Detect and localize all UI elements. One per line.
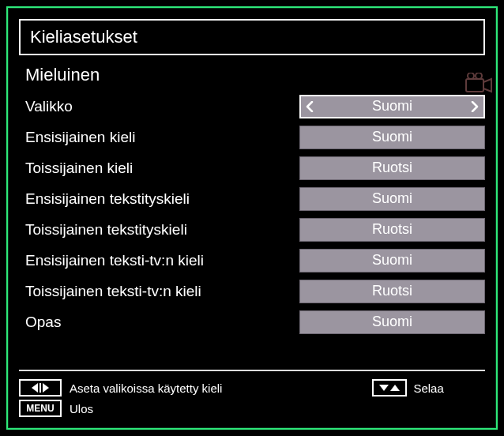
- settings-row-value-text: Suomi: [372, 314, 412, 330]
- footer-hint-1: Aseta valikoissa käytetty kieli: [70, 382, 222, 395]
- settings-row-label: Opas: [19, 314, 299, 331]
- panel-title-box: Kieliasetukset: [19, 19, 485, 55]
- settings-row-value[interactable]: Suomi: [299, 126, 485, 149]
- svg-rect-0: [466, 79, 483, 92]
- settings-row[interactable]: Toissijainen teksti-tv:n kieliRuotsi: [19, 276, 485, 306]
- menu-key-icon: MENU: [19, 400, 62, 417]
- settings-row-value[interactable]: Ruotsi: [299, 156, 485, 180]
- settings-row[interactable]: ValikkoSuomi: [19, 92, 485, 121]
- settings-row-value-text: Suomi: [372, 252, 412, 269]
- chevron-right-icon[interactable]: [469, 101, 480, 112]
- up-down-key-icon: [372, 379, 407, 397]
- panel-title: Kieliasetukset: [30, 27, 137, 47]
- settings-row-label: Ensisijainen teksti-tv:n kieli: [19, 252, 299, 269]
- settings-row-label: Toissijainen tekstityskieli: [19, 221, 299, 239]
- settings-row-value[interactable]: Ruotsi: [299, 218, 485, 242]
- settings-row-value-text: Ruotsi: [372, 283, 412, 299]
- settings-row-label: Ensisijainen tekstityskieli: [19, 190, 299, 208]
- settings-row-value[interactable]: Suomi: [299, 187, 485, 211]
- settings-row-value-text: Suomi: [372, 129, 412, 145]
- footer-line-2: MENU Ulos: [19, 400, 485, 417]
- settings-row[interactable]: Ensisijainen teksti-tv:n kieliSuomi: [19, 246, 485, 275]
- settings-row-label: Toissijainen kieli: [19, 160, 299, 177]
- footer: Aseta valikoissa käytetty kieli Selaa ME…: [19, 370, 485, 420]
- settings-row[interactable]: Toissijainen kieliRuotsi: [19, 153, 485, 182]
- settings-row-value[interactable]: Suomi: [299, 249, 485, 272]
- settings-row[interactable]: Toissijainen tekstityskieliRuotsi: [19, 215, 485, 244]
- settings-row-value-text: Suomi: [372, 190, 412, 207]
- settings-panel: Kieliasetukset Mieluinen ValikkoSuomiEns…: [6, 6, 498, 430]
- chevron-left-icon[interactable]: [304, 101, 315, 112]
- settings-row-label: Ensisijainen kieli: [19, 129, 299, 146]
- settings-row-value-text: Ruotsi: [372, 221, 412, 238]
- settings-row[interactable]: Ensisijainen kieliSuomi: [19, 122, 485, 152]
- settings-row[interactable]: Ensisijainen tekstityskieliSuomi: [19, 184, 485, 213]
- settings-row-value[interactable]: Suomi: [299, 310, 485, 334]
- footer-line-1: Aseta valikoissa käytetty kieli Selaa: [19, 379, 485, 397]
- settings-row-value-text: Ruotsi: [372, 160, 412, 176]
- footer-separator: [19, 370, 485, 371]
- section-heading: Mieluinen: [8, 62, 496, 92]
- left-right-key-icon: [19, 379, 62, 397]
- settings-row-value[interactable]: Suomi: [299, 95, 485, 118]
- svg-point-2: [476, 73, 482, 79]
- settings-row-value[interactable]: Ruotsi: [299, 280, 485, 303]
- settings-row-label: Valikko: [19, 98, 299, 115]
- settings-list: ValikkoSuomiEnsisijainen kieliSuomiToiss…: [8, 92, 496, 336]
- footer-menu-action: Ulos: [70, 402, 93, 415]
- camera-icon: [465, 73, 496, 96]
- settings-row-value-text: Suomi: [372, 98, 412, 115]
- settings-row[interactable]: OpasSuomi: [19, 307, 485, 336]
- svg-point-1: [468, 73, 474, 79]
- settings-row-label: Toissijainen teksti-tv:n kieli: [19, 283, 299, 300]
- footer-hint-2: Selaa: [413, 382, 443, 395]
